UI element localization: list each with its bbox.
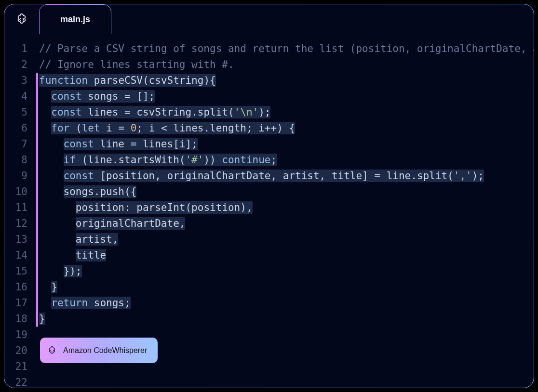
code-lines: // Parse a CSV string of songs and retur…	[39, 41, 534, 388]
app-icon-slot	[4, 4, 39, 34]
line-number: 14	[4, 248, 27, 263]
code-line: const [position, originalChartDate, arti…	[39, 168, 534, 184]
code-line: position: parseInt(position),	[39, 200, 534, 216]
line-number: 7	[4, 136, 27, 152]
editor-window: main.js 12345678910111213141516171819202…	[4, 4, 534, 388]
code-line: const line = lines[i];	[39, 136, 534, 152]
line-number: 19	[4, 327, 27, 343]
code-line: songs.push({	[39, 184, 534, 200]
suggestion-accent-bar	[36, 73, 38, 327]
code-line: const lines = csvString.split('\n');	[39, 105, 534, 120]
line-number: 13	[4, 232, 27, 248]
codewhisperer-badge-label: Amazon CodeWhisperer	[63, 342, 147, 358]
code-line	[39, 375, 534, 388]
line-number: 15	[4, 263, 27, 279]
line-number: 17	[4, 295, 27, 311]
code-line: });	[39, 263, 534, 279]
line-number: 1	[4, 41, 27, 57]
line-number: 12	[4, 216, 27, 232]
line-number: 11	[4, 200, 27, 216]
line-number: 8	[4, 152, 27, 168]
line-number: 9	[4, 168, 27, 184]
codewhisperer-flower-icon	[14, 12, 29, 26]
line-number: 2	[4, 57, 27, 73]
code-line: function parseCSV(csvString){	[39, 73, 534, 89]
code-line: return songs;	[39, 295, 534, 311]
line-number: 18	[4, 311, 27, 327]
codewhisperer-flower-icon	[47, 345, 57, 356]
code-line: // Parse a CSV string of songs and retur…	[39, 41, 534, 57]
code-line: }	[39, 311, 534, 327]
line-number-gutter: 12345678910111213141516171819202122	[4, 41, 32, 388]
line-number: 20	[4, 343, 27, 359]
line-number: 21	[4, 359, 27, 375]
code-line: }	[39, 279, 534, 295]
line-number: 6	[4, 120, 27, 136]
line-number: 4	[4, 89, 27, 105]
code-line: for (let i = 0; i < lines.length; i++) {	[39, 120, 534, 136]
line-number: 10	[4, 184, 27, 200]
editor-window-inner: main.js 12345678910111213141516171819202…	[4, 4, 534, 388]
tab-main-js[interactable]: main.js	[39, 4, 111, 34]
code-area[interactable]: // Parse a CSV string of songs and retur…	[32, 41, 534, 388]
line-number: 3	[4, 73, 27, 89]
code-line: originalChartDate,	[39, 216, 534, 232]
tab-label: main.js	[60, 14, 90, 25]
code-editor[interactable]: 12345678910111213141516171819202122 // P…	[4, 34, 534, 388]
code-line: artist,	[39, 232, 534, 248]
code-line: title	[39, 248, 534, 263]
line-number: 5	[4, 105, 27, 120]
codewhisperer-badge[interactable]: Amazon CodeWhisperer	[40, 338, 158, 363]
line-number: 16	[4, 279, 27, 295]
code-line: const songs = [];	[39, 89, 534, 105]
line-number: 22	[4, 375, 27, 388]
tab-bar: main.js	[4, 4, 534, 34]
code-line: if (line.startsWith('#')) continue;	[39, 152, 534, 168]
code-line: // Ignore lines starting with #.	[39, 57, 534, 73]
